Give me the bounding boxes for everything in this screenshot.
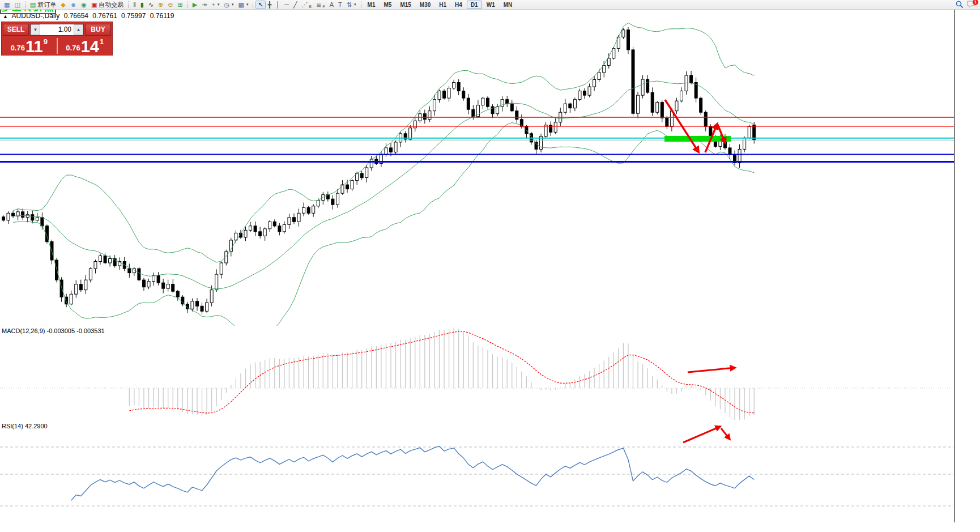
- equidistant-channel-button-sub: E: [309, 5, 312, 8]
- line-chart-icon[interactable]: ∿: [146, 1, 156, 9]
- candlestick-chart-icon[interactable]: ▮: [138, 1, 146, 9]
- sell-price[interactable]: 0.76 11 9: [2, 37, 57, 55]
- candlestick-chart-icon: ▮: [140, 2, 144, 8]
- trendline-button: ╱: [293, 2, 297, 8]
- templates-button-caret[interactable]: ▾: [246, 2, 249, 7]
- timeframe-group: M1M5M15M30H1H4D1W1MN: [364, 1, 517, 9]
- arrows-tool-button: ⇅: [347, 2, 352, 8]
- fibonacci-button-sub: F: [322, 5, 325, 8]
- macd-signal-line: [129, 331, 754, 413]
- templates-button: ▩: [238, 2, 244, 8]
- macd-trend-arrow: [688, 368, 735, 372]
- timeframe-m15-button[interactable]: M15: [396, 1, 415, 9]
- new-order-button-label: 新订单: [37, 1, 56, 9]
- timeframe-h1-button[interactable]: H1: [435, 1, 450, 9]
- timeframe-m5-button[interactable]: M5: [380, 1, 395, 9]
- volume-increase-button[interactable]: ▲: [74, 24, 83, 35]
- volume-decrease-button[interactable]: ▼: [31, 24, 40, 35]
- bar-chart-icon: ‖: [133, 2, 136, 8]
- buy-price-point: 1: [100, 37, 104, 46]
- notification-count-badge: 1: [973, 0, 978, 5]
- tile-windows-icon[interactable]: ⊞: [176, 1, 185, 9]
- zoom-out-icon[interactable]: ⊖: [165, 1, 175, 9]
- label-button: T: [338, 2, 342, 8]
- notifications-icon[interactable]: 1: [967, 1, 976, 8]
- main-price-chart[interactable]: [0, 23, 954, 334]
- macd-panel-plot[interactable]: [0, 327, 954, 421]
- data-window-icon: ◫: [14, 2, 20, 8]
- timeframe-w1-button[interactable]: W1: [483, 1, 499, 9]
- support-zone-highlight: [664, 136, 731, 142]
- data-window-icon[interactable]: ◫: [12, 1, 22, 9]
- zoom-out-icon: ⊖: [168, 2, 173, 8]
- label-button[interactable]: T: [336, 1, 344, 9]
- search-icon[interactable]: [956, 1, 964, 8]
- autoscroll-icon[interactable]: ▶: [190, 1, 199, 9]
- equidistant-channel-button[interactable]: ⋰E: [300, 1, 314, 9]
- buy-price-pips: 14: [81, 39, 99, 54]
- cursor-button[interactable]: ↖: [255, 1, 265, 9]
- crosshair-button: ╋: [268, 2, 272, 8]
- sell-button[interactable]: SELL: [3, 24, 29, 36]
- toolbar-separator: [253, 1, 253, 8]
- timeframe-clock-button[interactable]: ◷▾: [221, 1, 236, 9]
- vertical-line-button[interactable]: │: [274, 1, 282, 9]
- arrows-tool-button-caret[interactable]: ▾: [354, 2, 356, 7]
- zoom-in-icon[interactable]: ⊕: [156, 1, 165, 9]
- timeframe-m30-button[interactable]: M30: [416, 1, 434, 9]
- horizontal-line-button[interactable]: ─: [282, 1, 291, 9]
- ohlc-open: 0.76654: [64, 12, 88, 20]
- cursor-button: ↖: [258, 2, 263, 8]
- autotrading-button: ▣: [91, 2, 97, 8]
- rsi-trend-arrow-2: [721, 428, 730, 439]
- text-button[interactable]: A: [327, 1, 336, 9]
- tile-windows-icon: ⊞: [178, 2, 183, 8]
- autotrading-button-label: 自动交易: [99, 1, 123, 9]
- profile-icon: ☻: [70, 2, 77, 8]
- timeframe-clock-button-caret[interactable]: ▾: [232, 2, 234, 7]
- network-icon[interactable]: ◉: [79, 1, 89, 9]
- timeframe-d1-button[interactable]: D1: [467, 1, 482, 9]
- equidistant-channel-button: ⋰: [302, 2, 308, 8]
- add-indicator-button[interactable]: +▾: [209, 1, 221, 9]
- symbol-collapse-icon[interactable]: ▲: [3, 14, 8, 19]
- text-button: A: [330, 2, 334, 8]
- autotrading-button[interactable]: ▣自动交易: [89, 1, 126, 9]
- volume-input[interactable]: 1.00: [40, 24, 74, 35]
- mt4-terminal-window: ▦◫▤新订单◆☻◉▣自动交易‖▮∿⊕⊖⊞▶↠+▾◷▾▩▾↖╋│─╱⋰E≣FAT⇅…: [0, 0, 980, 532]
- fibonacci-button[interactable]: ≣F: [314, 1, 327, 9]
- timeframe-m1-button[interactable]: M1: [364, 1, 380, 9]
- crosshair-button[interactable]: ╋: [266, 1, 274, 9]
- timeframe-h4-button[interactable]: H4: [451, 1, 466, 9]
- network-icon: ◉: [81, 2, 87, 8]
- timeframe-mn-button[interactable]: MN: [500, 1, 517, 9]
- ohlc-low: 0.75997: [121, 12, 146, 20]
- main-toolbar: ▦◫▤新订单◆☻◉▣自动交易‖▮∿⊕⊖⊞▶↠+▾◷▾▩▾↖╋│─╱⋰E≣FAT⇅…: [0, 0, 980, 10]
- trendline-button[interactable]: ╱: [291, 1, 300, 9]
- timeframe-clock-button: ◷: [224, 2, 229, 8]
- chart-shift-icon: ↠: [202, 2, 207, 8]
- toolbar-separator: [128, 1, 129, 8]
- buy-button[interactable]: BUY: [85, 24, 111, 36]
- styler-icon[interactable]: ◆: [58, 1, 67, 9]
- new-order-button[interactable]: ▤新订单: [28, 1, 58, 9]
- toolbar-separator: [25, 1, 25, 8]
- chart-window-icon[interactable]: ▦: [2, 1, 12, 9]
- chart-shift-icon[interactable]: ↠: [199, 1, 209, 9]
- bar-chart-icon[interactable]: ‖: [131, 1, 138, 9]
- horizontal-line-button: ─: [284, 2, 289, 8]
- buy-price[interactable]: 0.76 14 1: [58, 37, 113, 55]
- sell-price-pips: 11: [25, 39, 43, 54]
- autoscroll-icon: ▶: [193, 2, 197, 8]
- templates-button[interactable]: ▩▾: [236, 1, 251, 9]
- profile-icon[interactable]: ☻: [68, 1, 79, 9]
- charts-canvas[interactable]: [0, 0, 980, 532]
- arrows-tool-button[interactable]: ⇅▾: [344, 1, 359, 9]
- ohlc-close: 0.76119: [150, 12, 174, 20]
- one-click-trade-panel: SELL ▼ 1.00 ▲ BUY 0.76 11 9 0.76 14 1: [1, 22, 113, 56]
- add-indicator-button-caret[interactable]: ▾: [218, 2, 220, 7]
- ohlc-high: 0.76761: [92, 12, 117, 20]
- rsi-panel-plot[interactable]: [0, 427, 954, 506]
- sell-price-base: 0.76: [11, 44, 25, 52]
- rsi-trend-arrow-1: [683, 427, 720, 442]
